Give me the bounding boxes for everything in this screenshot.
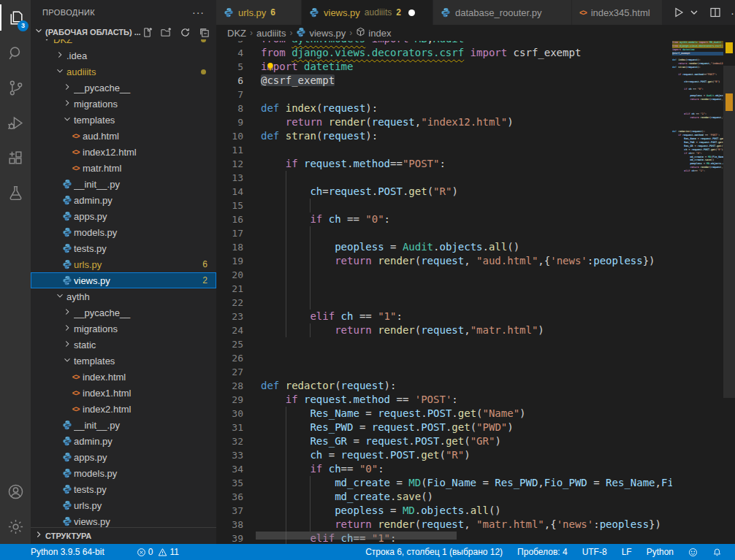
- code-editor[interactable]: 3from aythh.models import MB,Audit4from …: [216, 41, 735, 544]
- tree-item-index1.html[interactable]: <>index1.html: [31, 385, 216, 401]
- code-line-3[interactable]: from aythh.models import MB,Audit: [261, 41, 464, 46]
- tab-urls.py[interactable]: urls.py6: [216, 0, 302, 25]
- code-line-31[interactable]: Res_PWD = request.POST.get("PWD"): [261, 421, 514, 434]
- breadcrumb-DKZ[interactable]: DKZ: [227, 28, 246, 39]
- status-item[interactable]: Строка 6, столбец 1 (выбрано 12): [359, 544, 509, 560]
- code-line-23[interactable]: elif ch == "1":: [261, 310, 403, 323]
- python-interpreter-status[interactable]: Python 3.9.5 64-bit: [25, 544, 110, 560]
- tree-item-apps.py[interactable]: apps.py: [31, 449, 216, 465]
- tree-item-migrations[interactable]: migrations: [31, 321, 216, 337]
- tab-database_roouter.py[interactable]: database_roouter.py: [433, 0, 572, 25]
- tree-item-aythh[interactable]: aythh: [31, 288, 216, 304]
- tab-views.py[interactable]: views.pyaudiiits2: [302, 0, 433, 25]
- run-python-file-icon[interactable]: [673, 7, 685, 18]
- tree-item-templates[interactable]: templates: [31, 353, 216, 369]
- tree-item-index.html[interactable]: <>index.html: [31, 369, 216, 385]
- feedback-icon[interactable]: [682, 544, 704, 560]
- code-line-16[interactable]: if ch == "0":: [261, 212, 390, 226]
- tree-item-matr.html[interactable]: <>matr.html: [31, 160, 216, 176]
- code-line-37[interactable]: peopless = MD.objects.all(): [261, 504, 501, 518]
- activity-bar-run-and-debug-icon[interactable]: [0, 105, 31, 140]
- code-line-18[interactable]: peopless = Audit.objects.all(): [261, 240, 519, 254]
- code-line-10[interactable]: def stran(request):: [261, 129, 378, 143]
- breadcrumb-index[interactable]: index: [356, 27, 391, 39]
- lightbulb-icon[interactable]: [265, 61, 275, 75]
- activity-bar-explorer-icon[interactable]: 3: [0, 0, 31, 35]
- tree-item-aud.html[interactable]: <>aud.html: [31, 128, 216, 144]
- tree-item-tests.py[interactable]: tests.py: [31, 240, 216, 256]
- code-line-9[interactable]: return render(request,"index12.html"): [261, 115, 514, 129]
- tree-item-views.py[interactable]: views.py: [31, 513, 216, 528]
- code-line-38[interactable]: return render(request, "matr.html",{'new…: [261, 518, 661, 532]
- code-line-36[interactable]: md_create.save(): [261, 490, 433, 504]
- refresh-icon[interactable]: [178, 26, 191, 39]
- split-editor-icon[interactable]: [709, 7, 721, 18]
- code-line-19[interactable]: return render(request, "aud.html",{'news…: [261, 254, 655, 268]
- tree-item-__init__.py[interactable]: __init__.py: [31, 176, 216, 192]
- tree-item-models.py[interactable]: models.py: [31, 224, 216, 240]
- tree-item-.idea[interactable]: .idea: [31, 47, 216, 64]
- tree-item-migrations[interactable]: migrations: [31, 96, 216, 112]
- problems-status[interactable]: 0 11: [131, 544, 185, 560]
- code-line-35[interactable]: md_create = MD(Fio_Name = Res_PWD,Fio_PW…: [261, 476, 672, 490]
- tree-item-admin.py[interactable]: admin.py: [31, 192, 216, 208]
- scrollbar-vertical[interactable]: [723, 41, 735, 544]
- explorer-more-actions-icon[interactable]: ···: [192, 0, 205, 25]
- activity-bar-extensions-icon[interactable]: [0, 140, 31, 175]
- status-item[interactable]: Пробелов: 4: [511, 544, 574, 560]
- tree-item-urls.py[interactable]: urls.py: [31, 497, 216, 513]
- tree-item-templates[interactable]: templates: [31, 112, 216, 128]
- activity-bar-testing-icon[interactable]: [0, 175, 31, 210]
- code-line-28[interactable]: def redactor(request):: [261, 379, 396, 393]
- breadcrumb-views.py[interactable]: views.py: [296, 27, 346, 39]
- code-line-32[interactable]: Res_GR = request.POST.get("GR"): [261, 434, 501, 448]
- code-line-34[interactable]: if ch== "0":: [261, 462, 384, 476]
- code-line-24[interactable]: return render(request,"matr.html"): [261, 323, 544, 337]
- tree-item-__pycache__[interactable]: __pycache__: [31, 304, 216, 321]
- collapse-all-icon[interactable]: [197, 26, 210, 39]
- tree-item-admin.py[interactable]: admin.py: [31, 433, 216, 449]
- tree-item-__init__.py[interactable]: __init__.py: [31, 417, 216, 433]
- activity-bar-search-icon[interactable]: [0, 35, 31, 70]
- activity-bar-account-icon[interactable]: [0, 474, 31, 509]
- tree-item-audiiits[interactable]: audiiits: [31, 64, 216, 80]
- code-line-6[interactable]: @csrf_exempt: [261, 74, 335, 88]
- activity-bar-settings-icon[interactable]: [0, 509, 31, 544]
- code-line-12[interactable]: if request.method=="POST":: [261, 157, 446, 171]
- code-line-8[interactable]: def index(request):: [261, 101, 378, 115]
- status-item[interactable]: LF: [616, 544, 638, 560]
- code-line-5[interactable]: import datetime: [261, 60, 353, 74]
- code-line-30[interactable]: Res_Name = request.POST.get("Name"): [261, 407, 526, 421]
- tree-item-static[interactable]: static: [31, 337, 216, 353]
- tree-item-apps.py[interactable]: apps.py: [31, 208, 216, 224]
- tree-item-models.py[interactable]: models.py: [31, 465, 216, 481]
- status-item[interactable]: Python: [641, 544, 679, 560]
- tree-item-urls.py[interactable]: urls.py6: [31, 256, 216, 272]
- new-folder-icon[interactable]: [159, 26, 172, 39]
- scrollbar-horizontal[interactable]: [256, 532, 457, 540]
- python-file-icon: [60, 516, 74, 526]
- status-item[interactable]: UTF-8: [576, 544, 613, 560]
- tree-item-DKZ[interactable]: DKZ: [31, 39, 216, 47]
- editor-more-actions-icon[interactable]: ···: [731, 7, 735, 19]
- outline-section-header[interactable]: СТРУКТУРА: [31, 527, 216, 544]
- tree-item-__pycache__[interactable]: __pycache__: [31, 80, 216, 96]
- tree-item-views.py[interactable]: views.py2: [31, 272, 216, 288]
- code-line-14[interactable]: ch=request.POST.get("R"): [261, 185, 458, 199]
- scrollbar-slider[interactable]: [723, 66, 735, 398]
- breadcrumb-audiiits[interactable]: audiiits: [256, 28, 286, 39]
- notifications-bell-icon[interactable]: [707, 544, 728, 560]
- new-file-icon[interactable]: [140, 26, 153, 39]
- code-line-29[interactable]: if request.method == 'POST':: [261, 393, 458, 407]
- activity-bar-source-control-icon[interactable]: [0, 70, 31, 105]
- dirty-dot-icon[interactable]: [408, 9, 415, 16]
- workspace-section-header[interactable]: (РАБОЧАЯ ОБЛАСТЬ) ...: [31, 25, 216, 39]
- tree-item-index12.html[interactable]: <>index12.html: [31, 144, 216, 160]
- tab-index345.html[interactable]: <>index345.html: [572, 0, 663, 25]
- code-line-4[interactable]: from django.views.decorators.csrf import…: [261, 46, 581, 60]
- tree-item-index2.html[interactable]: <>index2.html: [31, 401, 216, 417]
- code-line-33[interactable]: ch = request.POST.get("R"): [261, 448, 471, 462]
- minimap[interactable]: from aythh.models import MB,Auditfrom dj…: [672, 41, 723, 544]
- run-dropdown-chevron-icon[interactable]: [688, 7, 700, 18]
- tree-item-tests.py[interactable]: tests.py: [31, 481, 216, 497]
